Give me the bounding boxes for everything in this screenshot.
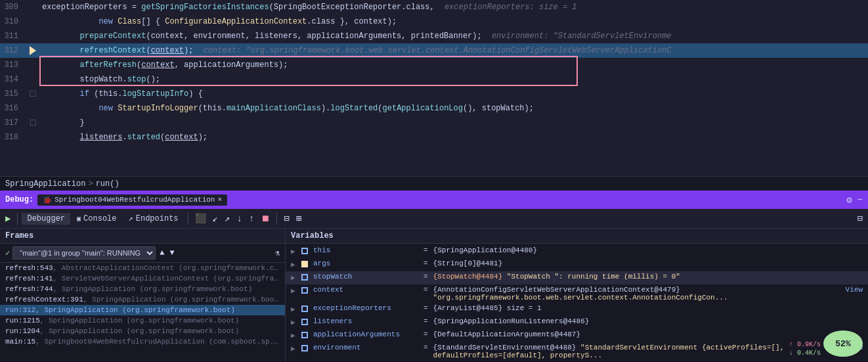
evaluate-button[interactable]: ↑ (246, 212, 257, 225)
expand-icon[interactable]: ▶ (291, 318, 299, 327)
code-line-312: 312 refreshContext(context); context: "o… (0, 43, 868, 58)
debug-content: Frames ✓ "main"@1 in group "main": RUNNI… (0, 229, 868, 362)
step-over-button[interactable]: ⬛ (192, 212, 209, 225)
frame-item[interactable]: refresh:744, SpringApplication (org.spri… (0, 284, 285, 294)
frame-item[interactable]: refresh:141, ServletWebServerApplication… (0, 273, 285, 284)
var-type-icon (301, 260, 311, 269)
var-stopwatch[interactable]: ▶ stopWatch = {StopWatch@4484} "StopWatc… (286, 271, 868, 284)
debug-header: Debug: 🐞 Springboot04WebRestfulcrudAppli… (0, 191, 868, 209)
thread-up-button[interactable]: ▲ (158, 247, 165, 259)
frames-panel: Frames ✓ "main"@1 in group "main": RUNNI… (0, 229, 286, 362)
view-link[interactable]: View (846, 286, 863, 294)
toolbar-separator-3 (276, 213, 277, 225)
frame-item-active[interactable]: run:312, SpringApplication (org.springfr… (0, 305, 285, 315)
debug-session-tab[interactable]: 🐞 Springboot04WebRestfulcrudApplication … (37, 194, 227, 206)
breadcrumb-method: run() (96, 179, 119, 189)
code-line-310: 310 new Class[] { ConfigurableApplicatio… (0, 14, 868, 29)
run-to-cursor-button[interactable]: ↓ (234, 212, 244, 225)
code-line-309: 309 exceptionReporters = getSpringFactor… (0, 0, 868, 14)
thread-selector-row: ✓ "main"@1 in group "main": RUNNING ▲ ▼ … (0, 244, 285, 263)
var-this[interactable]: ▶ this = {SpringApplication@4480} (286, 245, 868, 258)
breadcrumb: SpringApplication > run() (0, 176, 868, 191)
toolbar-separator-1 (17, 213, 18, 225)
breadcrumb-sep: > (88, 179, 93, 189)
breadcrumb-class: SpringApplication (5, 179, 85, 189)
code-line-315: 315 □ if (this.logStartupInfo) { (0, 87, 868, 101)
frames-toggle[interactable]: ⊟ (281, 212, 292, 225)
filter-icon[interactable]: ⚗ (275, 248, 280, 258)
var-type-icon (301, 273, 311, 283)
debug-toolbar: ▶ Debugger ▣ Console ↗ Endpoints ⬛ ↙ ↗ ↓… (0, 209, 868, 229)
layout-button[interactable]: ⊟ (855, 212, 865, 225)
expand-icon[interactable]: ▶ (291, 344, 299, 353)
traffic-stats: ↑ 0.9K/s ↓ 0.4K/s (789, 341, 821, 357)
thread-dropdown[interactable]: "main"@1 in group "main": RUNNING (12, 246, 156, 260)
frame-item[interactable]: run:1215, SpringApplication (org.springf… (0, 315, 285, 326)
thread-down-button[interactable]: ▼ (168, 247, 175, 259)
code-line-318: 318 listeners.started(context); (0, 130, 868, 145)
var-type-icon (301, 330, 311, 340)
var-args[interactable]: ▶ args = {String[0]@4481} (286, 258, 868, 271)
upload-speed: ↑ 0.9K/s (789, 341, 821, 348)
debug-title: Debug: (5, 195, 33, 204)
frames-header: Frames (0, 229, 285, 244)
settings-button[interactable]: ⚙ (846, 194, 852, 206)
download-speed: ↓ 0.4K/s (789, 350, 821, 357)
debug-tab-icon: 🐞 (43, 196, 52, 204)
expand-icon[interactable]: ▶ (291, 286, 299, 295)
code-line-313: 313 afterRefresh(context, applicationArg… (0, 58, 868, 72)
expand-icon[interactable]: ▶ (291, 331, 299, 340)
frame-item[interactable]: run:1204, SpringApplication (org.springf… (0, 326, 285, 336)
var-application-arguments[interactable]: ▶ applicationArguments = {DefaultApplica… (286, 329, 868, 342)
variable-list: ▶ this = {SpringApplication@4480} ▶ args… (286, 244, 868, 362)
code-line-314: 314 stopWatch.stop(); (0, 72, 868, 87)
var-type-icon (301, 304, 311, 314)
code-line-317: 317 □ } (0, 116, 868, 130)
code-line-311: 311 prepareContext(context, environment,… (0, 29, 868, 43)
var-type-icon (301, 246, 311, 256)
thread-check-icon: ✓ (5, 248, 10, 258)
expand-icon[interactable]: ▶ (291, 260, 299, 269)
minimize-button[interactable]: − (857, 194, 863, 205)
expand-icon[interactable]: ▶ (291, 305, 299, 313)
var-type-icon (301, 317, 311, 327)
var-type-icon (301, 286, 311, 296)
var-exception-reporters[interactable]: ▶ exceptionReporters = {ArrayList@4485} … (286, 303, 868, 316)
var-context[interactable]: ▶ context = {AnnotationConfigServletWebS… (286, 284, 868, 303)
toolbar-separator-2 (188, 213, 188, 225)
frame-list: refresh:543, AbstractApplicationContext … (0, 263, 285, 362)
code-line-316: 316 new StartupInfoLogger(this.mainAppli… (0, 101, 868, 116)
frame-item[interactable]: main:15, Springboot04WebRestfulcrudAppli… (0, 336, 285, 347)
var-type-icon (301, 344, 311, 353)
tab-console[interactable]: ▣ Console (72, 213, 121, 225)
debug-tab-close[interactable]: × (217, 196, 222, 204)
debug-tab-label: Springboot04WebRestfulcrudApplication (54, 196, 215, 204)
expand-icon[interactable]: ▶ (291, 247, 299, 256)
stop-button[interactable]: ⏹ (258, 212, 272, 225)
code-editor: 309 exceptionReporters = getSpringFactor… (0, 0, 868, 176)
cpu-usage-indicator: 52% (823, 330, 863, 357)
frame-item[interactable]: refresh:543, AbstractApplicationContext … (0, 263, 285, 273)
resume-button[interactable]: ▶ (3, 212, 13, 225)
tab-debugger[interactable]: Debugger (22, 213, 70, 225)
step-out-button[interactable]: ↗ (222, 212, 232, 225)
frame-item[interactable]: refreshContext:391, SpringApplication (o… (0, 294, 285, 305)
variables-panel: Variables ▶ this = {SpringApplication@44… (286, 229, 868, 362)
variables-toggle[interactable]: ⊞ (293, 212, 304, 225)
var-listeners[interactable]: ▶ listeners = {SpringApplicationRunListe… (286, 316, 868, 329)
debug-panel: Debug: 🐞 Springboot04WebRestfulcrudAppli… (0, 191, 868, 362)
expand-icon[interactable]: ▶ (291, 273, 299, 282)
step-into-button[interactable]: ↙ (210, 212, 221, 225)
tab-endpoints[interactable]: ↗ Endpoints (123, 212, 184, 225)
var-environment[interactable]: ▶ environment = {StandardServletEnvironm… (286, 342, 868, 361)
cpu-percent: 52% (835, 339, 850, 349)
variables-header: Variables (286, 229, 868, 244)
